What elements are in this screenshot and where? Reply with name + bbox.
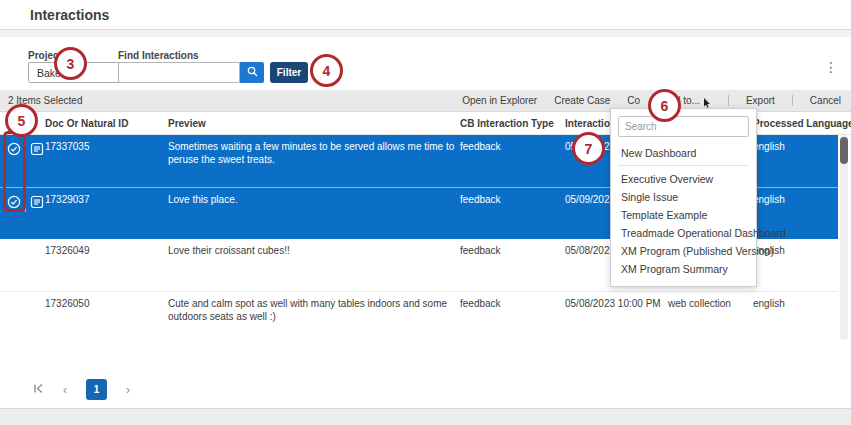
- cell-type: feedback: [460, 141, 501, 152]
- cell-doc-id: 17326049: [45, 245, 90, 256]
- annotation-circle-3: 3: [54, 47, 87, 80]
- find-interactions-input[interactable]: [118, 62, 240, 83]
- cell-date: 05/08/2023 10:00 PM: [565, 298, 661, 309]
- menu-items: New Dashboard Executive Overview Single …: [618, 144, 749, 278]
- annotation-circle-7: 7: [572, 132, 605, 165]
- cell-date: 05/09/2023: [565, 194, 615, 205]
- footer-bar: [0, 408, 851, 425]
- table-row[interactable]: 17326050 Cute and calm spot as well with…: [0, 291, 838, 343]
- cell-source: web collection: [668, 298, 731, 309]
- overflow-menu-icon[interactable]: ⋮: [824, 59, 838, 75]
- cell-preview: Love this place.: [168, 194, 460, 207]
- menu-item-new-dashboard[interactable]: New Dashboard: [618, 144, 749, 166]
- cell-doc-id: 17337035: [45, 141, 90, 152]
- page-title: Interactions: [30, 7, 109, 23]
- open-in-explorer-action[interactable]: Open in Explorer: [462, 95, 537, 106]
- menu-item-single-issue[interactable]: Single Issue: [618, 188, 749, 206]
- col-header-doc-id[interactable]: Doc Or Natural ID: [45, 118, 128, 129]
- filter-button[interactable]: Filter: [270, 62, 308, 83]
- annotation-circle-4: 4: [310, 54, 343, 87]
- find-interactions-label: Find Interactions: [118, 50, 199, 61]
- cell-doc-id: 17326050: [45, 298, 90, 309]
- cell-date: 05/08/2023: [565, 245, 615, 256]
- first-page-icon[interactable]: [33, 380, 44, 400]
- cell-language: english: [753, 194, 785, 205]
- cell-preview: Cute and calm spot as well with many tab…: [168, 298, 460, 323]
- annotation-circle-5: 5: [5, 104, 38, 137]
- create-case-action[interactable]: Create Case: [554, 95, 610, 106]
- cell-type: feedback: [460, 298, 501, 309]
- pagination: ‹ 1 ›: [33, 379, 130, 400]
- scrollbar-thumb[interactable]: [840, 137, 848, 164]
- cell-preview: Love their croissant cubes!!: [168, 245, 460, 258]
- menu-item-xm-program-published[interactable]: XM Program (Published Version): [618, 242, 749, 260]
- search-button[interactable]: [240, 62, 264, 83]
- cell-language: english: [753, 298, 785, 309]
- document-icon[interactable]: [30, 195, 44, 213]
- hidden-action[interactable]: Co: [627, 95, 640, 106]
- toolbar-separator: [792, 95, 793, 106]
- prev-page-icon[interactable]: ‹: [63, 380, 67, 400]
- cell-language: english: [753, 141, 785, 152]
- export-action[interactable]: Export: [746, 95, 775, 106]
- send-to-menu: New Dashboard Executive Overview Single …: [610, 108, 757, 287]
- col-header-language[interactable]: Processed Language: [753, 118, 851, 129]
- cell-doc-id: 17329037: [45, 194, 90, 205]
- document-icon[interactable]: [30, 142, 44, 160]
- cell-type: feedback: [460, 245, 501, 256]
- current-page-button[interactable]: 1: [86, 379, 107, 400]
- toolbar-separator: [728, 95, 729, 106]
- next-page-icon[interactable]: ›: [126, 380, 130, 400]
- menu-item-xm-program-summary[interactable]: XM Program Summary: [618, 260, 749, 278]
- search-icon: [247, 65, 258, 80]
- col-header-type[interactable]: CB Interaction Type: [460, 118, 554, 129]
- cell-type: feedback: [460, 194, 501, 205]
- col-header-preview[interactable]: Preview: [168, 118, 206, 129]
- interactions-screen: Interactions Project Bakeries ▾ Find Int…: [0, 0, 851, 425]
- annotation-circle-6: 6: [648, 89, 681, 122]
- menu-item-template-example[interactable]: Template Example: [618, 206, 749, 224]
- vertical-scrollbar[interactable]: [840, 135, 848, 340]
- menu-item-treadmade-operational-dashboard[interactable]: Treadmade Operational Dashboard: [618, 224, 749, 242]
- menu-search-input[interactable]: [618, 116, 749, 137]
- menu-item-executive-overview[interactable]: Executive Overview: [618, 170, 749, 188]
- title-strip: [0, 30, 851, 37]
- annotation-rectangle: [3, 131, 26, 212]
- cell-preview: Sometimes waiting a few minutes to be se…: [168, 141, 460, 166]
- cancel-action[interactable]: Cancel: [810, 95, 841, 106]
